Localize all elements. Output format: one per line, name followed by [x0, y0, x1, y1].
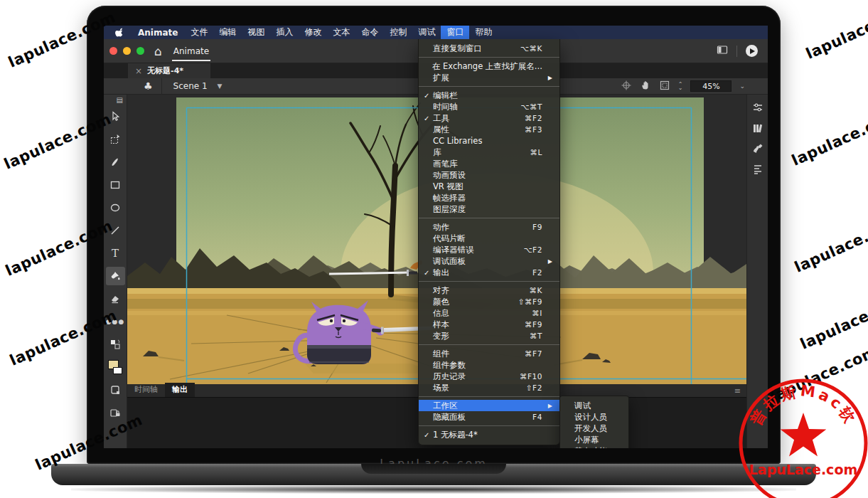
- laptop-base: [51, 464, 816, 485]
- object-drawing-icon[interactable]: [106, 381, 125, 399]
- window-menu-item[interactable]: ✓ 直接复制窗口 ⌥⌘K ▶: [419, 43, 559, 54]
- menubar-item[interactable]: 命令: [355, 26, 384, 39]
- swap-colors-icon[interactable]: [106, 335, 125, 354]
- workspace-submenu-item[interactable]: ✓ 小屏幕: [560, 434, 628, 445]
- window-menu-item[interactable]: ✓ 组件 ⌘F7 ▶: [419, 348, 559, 359]
- rectangle-icon[interactable]: [106, 176, 125, 194]
- hand-tool-icon[interactable]: [640, 80, 651, 93]
- bottom-panel-tab[interactable]: 时间轴: [127, 383, 165, 397]
- menubar-item[interactable]: 帮助: [469, 26, 498, 39]
- menubar-item[interactable]: 控制: [384, 26, 412, 39]
- menu-item-label: 颜色: [433, 297, 518, 307]
- window-menu-item[interactable]: ✓ 历史记录 ⌘F10 ▶: [419, 371, 559, 382]
- menubar-item[interactable]: 插入: [270, 26, 299, 39]
- window-menu-item[interactable]: ✓ 工具 ⌘F2 ▶: [419, 112, 559, 124]
- registration-icon[interactable]: [621, 80, 632, 93]
- library-icon[interactable]: [751, 121, 765, 135]
- fill-stroke-swatch-icon[interactable]: [106, 358, 125, 376]
- window-menu-item[interactable]: ✓ CC Libraries ▶: [419, 135, 559, 147]
- apple-icon[interactable]: [111, 27, 131, 38]
- window-menu-item[interactable]: ✓ 工作区 ▶: [419, 400, 559, 411]
- oval-icon[interactable]: [106, 198, 125, 217]
- close-window-button[interactable]: [109, 47, 117, 55]
- window-menu-item[interactable]: ✓ 在 Exchange 上查找扩展名... ▶: [419, 60, 559, 72]
- home-icon[interactable]: ⌂: [154, 44, 162, 58]
- menubar-app-name[interactable]: Animate: [131, 26, 185, 39]
- zoom-level-input[interactable]: 45%: [690, 80, 732, 92]
- menubar-item[interactable]: 编辑: [213, 26, 242, 39]
- window-menu-item[interactable]: ✓ ▶: [419, 83, 559, 90]
- menubar-item[interactable]: 修改: [299, 26, 327, 39]
- window-menu-item[interactable]: ✓ VR 视图 ▶: [419, 181, 559, 192]
- scene-chevron-icon[interactable]: ▼: [218, 83, 223, 90]
- window-menu-item[interactable]: ✓ 时间轴 ⌥⌘T ▶: [419, 101, 559, 112]
- window-menu-item[interactable]: ✓ 调试面板 ▶: [419, 255, 559, 267]
- window-menu-item[interactable]: ✓ 编译器错误 ⌥F2 ▶: [419, 244, 559, 255]
- window-menu-item[interactable]: ✓ 1 无标题-4* ▶: [419, 429, 559, 440]
- paint-bucket-icon[interactable]: [106, 267, 125, 285]
- window-menu-item[interactable]: ✓ 帧选择器 ▶: [419, 192, 559, 203]
- zoom-stepper[interactable]: ⌃⌄: [678, 83, 683, 90]
- menu-item-label: 组件: [433, 349, 525, 359]
- home-tab-animate[interactable]: Animate: [169, 40, 213, 63]
- clip-content-icon[interactable]: [659, 80, 670, 93]
- tools-panel-menu-icon[interactable]: ▤: [117, 95, 127, 105]
- window-menu-item[interactable]: ✓ 颜色 ⇧⌘F9 ▶: [419, 296, 559, 307]
- window-menu-item[interactable]: ✓ 属性 ⌘F3 ▶: [419, 124, 559, 135]
- window-menu-item[interactable]: ✓ ▶: [419, 278, 559, 285]
- menu-item-label: 小屏幕: [574, 435, 621, 445]
- menu-item-label: 隐藏面板: [433, 412, 532, 423]
- eraser-icon[interactable]: [106, 290, 125, 308]
- menubar-item[interactable]: 视图: [242, 26, 270, 39]
- window-menu-item[interactable]: ✓ ▶: [419, 215, 559, 221]
- minimize-window-button[interactable]: [123, 47, 131, 55]
- window-menu-item[interactable]: ✓ 动作 F9 ▶: [419, 221, 559, 233]
- menubar-item[interactable]: 窗口: [441, 26, 469, 39]
- window-menu-item[interactable]: ✓ 编辑栏 ▶: [419, 90, 559, 101]
- brush-library-icon[interactable]: [751, 142, 765, 156]
- menu-item-label: 时间轴: [433, 102, 520, 112]
- window-menu-item[interactable]: ✓ 图层深度 ▶: [419, 203, 559, 215]
- menu-item-label: 动作: [433, 222, 532, 233]
- workspace-submenu-item[interactable]: ✓ 设计人员: [560, 411, 628, 423]
- window-menu-item[interactable]: ✓ 扩展 ▶: [419, 72, 559, 83]
- menubar-item[interactable]: 文件: [185, 26, 213, 39]
- window-menu-item[interactable]: ✓ 输出 F2 ▶: [419, 267, 559, 278]
- close-tab-icon[interactable]: ×: [135, 66, 142, 76]
- window-menu-item[interactable]: ✓ 动画预设 ▶: [419, 169, 559, 181]
- menubar-item[interactable]: 文本: [327, 26, 355, 39]
- menu-item-label: 历史记录: [433, 371, 520, 382]
- window-menu-item[interactable]: ✓ 组件参数 ▶: [419, 359, 559, 371]
- window-menu-item[interactable]: ✓ 对齐 ⌘K ▶: [419, 285, 559, 296]
- properties-icon[interactable]: [751, 100, 765, 115]
- window-menu-item[interactable]: ✓ 信息 ⌘I ▶: [419, 307, 559, 319]
- window-menu-item[interactable]: ✓ 库 ⌘L ▶: [419, 147, 559, 158]
- zoom-window-button[interactable]: [136, 47, 144, 55]
- workspace-switcher-icon[interactable]: [717, 44, 728, 58]
- window-menu-item[interactable]: ✓ 场景 ⇧F2 ▶: [419, 382, 559, 393]
- workspace-submenu-item[interactable]: ✓ 开发人员: [560, 423, 628, 434]
- scene-breadcrumb[interactable]: Scene 1: [173, 81, 208, 91]
- workspace-submenu-item[interactable]: ✓ 基本功能: [560, 445, 628, 448]
- window-menu-item[interactable]: ✓ 画笔库 ▶: [419, 158, 559, 169]
- window-menu-item[interactable]: ✓ 变形 ⌘T ▶: [419, 330, 559, 341]
- window-menu-item[interactable]: ✓ 代码片断 ▶: [419, 233, 559, 244]
- brush-icon[interactable]: [106, 153, 125, 171]
- workspace-submenu-item[interactable]: ✓ 调试: [560, 400, 628, 411]
- free-transform-icon[interactable]: [106, 130, 125, 149]
- window-menu-item[interactable]: ✓ ▶: [419, 423, 559, 429]
- scene-icon[interactable]: ♣: [144, 80, 153, 92]
- bottom-panel-tab[interactable]: 输出: [165, 383, 195, 397]
- publish-play-button[interactable]: [746, 45, 758, 57]
- menu-item-shortcut: ⌥⌘K: [520, 44, 542, 53]
- window-menu-item[interactable]: ✓ 隐藏面板 F4 ▶: [419, 411, 559, 423]
- window-menu-item[interactable]: ✓ ▶: [419, 393, 559, 400]
- document-tab[interactable]: × 无标题-4*: [128, 63, 210, 78]
- window-menu-item[interactable]: ✓ ▶: [419, 54, 559, 60]
- window-menu-item[interactable]: ✓ 样本 ⌘F9 ▶: [419, 319, 559, 330]
- menubar-item[interactable]: 调试: [412, 26, 441, 39]
- window-menu-item[interactable]: ✓ ▶: [419, 341, 559, 348]
- align-icon[interactable]: [751, 162, 765, 176]
- zoom-dropdown-icon[interactable]: ⌄: [739, 83, 745, 90]
- text-icon[interactable]: T: [106, 244, 125, 263]
